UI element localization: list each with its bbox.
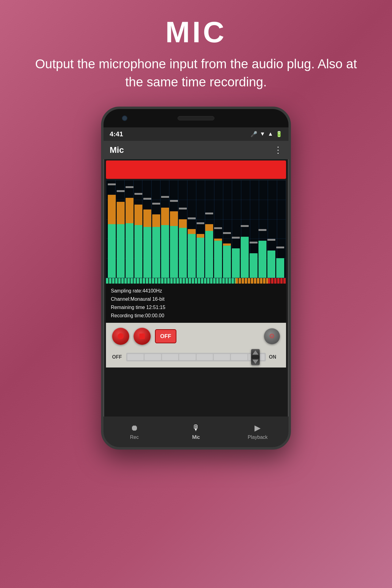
bar-orange-2 bbox=[126, 198, 134, 223]
bar-green-10 bbox=[197, 238, 205, 277]
bar-peak-3 bbox=[134, 193, 142, 195]
bar-green-17 bbox=[258, 241, 266, 278]
slider-label-on: ON bbox=[269, 354, 280, 360]
bar-peak-19 bbox=[276, 247, 284, 248]
app-bar-title: Mic bbox=[110, 145, 124, 155]
bar-peak-0 bbox=[108, 183, 116, 185]
bar-peak-1 bbox=[117, 190, 125, 192]
bar-orange-13 bbox=[223, 243, 231, 245]
bar-peak-4 bbox=[143, 198, 151, 200]
stop-button[interactable] bbox=[134, 328, 151, 345]
spectrum-bar-18 bbox=[267, 180, 275, 278]
bar-peak-6 bbox=[161, 196, 169, 198]
bar-orange-4 bbox=[143, 209, 151, 227]
bar-peak-10 bbox=[197, 222, 205, 224]
playback-icon: ▶ bbox=[254, 423, 261, 433]
bar-green-9 bbox=[188, 234, 196, 278]
bar-green-18 bbox=[267, 251, 275, 278]
channel-text: Channel:Monaural 16-bit bbox=[111, 295, 281, 303]
bar-orange-6 bbox=[161, 208, 169, 225]
controls-area: OFF ⚙ bbox=[106, 323, 286, 350]
off-button[interactable]: OFF bbox=[155, 329, 176, 343]
spectrum-bar-2 bbox=[126, 180, 134, 278]
slider-area: OFF ON bbox=[106, 350, 286, 368]
level-red bbox=[268, 278, 286, 284]
wifi-icon: ▼ bbox=[260, 131, 265, 137]
spectrum-bar-0 bbox=[108, 180, 116, 278]
slider-track[interactable] bbox=[126, 353, 266, 361]
bar-green-13 bbox=[223, 246, 231, 278]
camera bbox=[122, 115, 127, 121]
app-bar: Mic ⋮ bbox=[104, 141, 288, 159]
spectrum-bar-7 bbox=[170, 180, 178, 278]
record-button[interactable] bbox=[112, 328, 129, 345]
bar-green-8 bbox=[179, 228, 187, 277]
spectrum-bar-12 bbox=[214, 180, 222, 278]
record-indicator bbox=[106, 160, 286, 179]
spectrum-bar-19 bbox=[276, 180, 284, 278]
bar-green-15 bbox=[241, 237, 249, 278]
bar-orange-0 bbox=[108, 195, 116, 224]
slider-seg-2 bbox=[145, 354, 161, 360]
spectrum-bar-13 bbox=[223, 180, 231, 278]
bar-orange-1 bbox=[117, 202, 125, 224]
bar-green-7 bbox=[170, 226, 178, 278]
recording-time-text: Recording time:00:00.00 bbox=[111, 311, 281, 320]
phone-wrapper: 4:41 🎤 ▼ ▲ 🔋 Mic ⋮ bbox=[0, 107, 392, 450]
speaker-grill bbox=[178, 116, 214, 120]
rec-icon: ⏺ bbox=[130, 423, 138, 433]
spectrum-bar-1 bbox=[117, 180, 125, 278]
spectrum-bar-9 bbox=[188, 180, 196, 278]
status-bar: 4:41 🎤 ▼ ▲ 🔋 bbox=[104, 127, 288, 141]
nav-item-playback[interactable]: ▶ Playback bbox=[227, 420, 288, 443]
header-area: MIC Output the microphone input from the… bbox=[0, 0, 392, 97]
slider-seg-4 bbox=[179, 354, 195, 360]
status-time: 4:41 bbox=[110, 130, 123, 138]
bar-orange-12 bbox=[214, 239, 222, 240]
bar-orange-8 bbox=[179, 219, 187, 228]
spectrum-bar-17 bbox=[258, 180, 266, 278]
nav-item-mic[interactable]: 🎙 Mic bbox=[165, 420, 227, 443]
bar-orange-9 bbox=[188, 229, 196, 234]
spectrum-bars bbox=[106, 180, 286, 278]
level-meter bbox=[106, 278, 286, 284]
sampling-rate-text: Sampling rate:44100Hz bbox=[111, 287, 281, 295]
bar-orange-10 bbox=[197, 234, 205, 238]
spectrum-bar-11 bbox=[205, 180, 213, 278]
bar-peak-7 bbox=[170, 200, 178, 202]
slider-thumb[interactable] bbox=[251, 349, 260, 365]
bar-orange-5 bbox=[152, 214, 160, 227]
slider-seg-6 bbox=[214, 354, 230, 360]
bar-green-0 bbox=[108, 224, 116, 278]
phone-top-bar bbox=[104, 109, 288, 127]
bar-green-1 bbox=[117, 224, 125, 278]
bar-peak-11 bbox=[205, 213, 213, 214]
spectrum-bar-6 bbox=[161, 180, 169, 278]
battery-icon: 🔋 bbox=[276, 131, 282, 138]
bar-green-11 bbox=[205, 231, 213, 278]
rec-label: Rec bbox=[130, 435, 138, 440]
bar-peak-2 bbox=[126, 186, 134, 188]
bar-green-2 bbox=[126, 223, 134, 278]
spectrum-bar-5 bbox=[152, 180, 160, 278]
more-options-button[interactable]: ⋮ bbox=[274, 145, 282, 155]
level-green bbox=[106, 278, 236, 284]
slider-seg-1 bbox=[127, 354, 144, 360]
settings-button[interactable]: ⚙ bbox=[264, 328, 280, 344]
info-area: Sampling rate:44100Hz Channel:Monaural 1… bbox=[106, 284, 286, 323]
bar-orange-11 bbox=[205, 224, 213, 231]
bar-green-4 bbox=[143, 227, 151, 277]
bar-peak-16 bbox=[250, 242, 258, 243]
bar-green-3 bbox=[134, 225, 142, 278]
mic-nav-icon: 🎙 bbox=[192, 423, 200, 433]
slider-seg-3 bbox=[162, 354, 178, 360]
spectrum-bar-14 bbox=[232, 180, 240, 278]
bar-peak-9 bbox=[188, 217, 196, 219]
spectrum-bar-4 bbox=[143, 180, 151, 278]
bar-peak-15 bbox=[241, 225, 249, 227]
nav-item-rec[interactable]: ⏺ Rec bbox=[104, 420, 165, 443]
slider-segments bbox=[126, 353, 266, 361]
bar-peak-12 bbox=[214, 227, 222, 229]
bar-green-5 bbox=[152, 227, 160, 277]
slider-seg-5 bbox=[197, 354, 213, 360]
